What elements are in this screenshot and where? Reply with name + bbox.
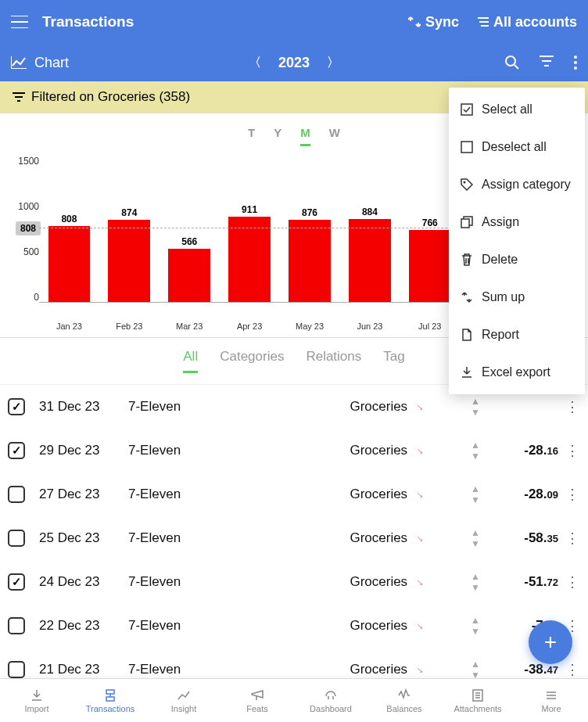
nav-icon [103,688,117,702]
tx-date: 21 Dec 23 [39,662,125,677]
sum-icon [460,291,474,304]
filter-icon[interactable] [540,56,554,70]
list-tab-categories[interactable]: Categories [220,349,284,373]
bar-value: 884 [362,207,378,217]
sort-icon[interactable]: ▲▼ [471,659,480,681]
bottom-nav: ImportTransactionsInsightFeatsDashboardB… [0,678,588,722]
menu-delete[interactable]: Delete [449,241,585,278]
nav-label: More [541,704,561,713]
period-tab-t[interactable]: T [248,126,255,146]
period-tab-m[interactable]: M [300,126,310,146]
tx-date: 22 Dec 23 [39,618,125,634]
bar [48,226,91,302]
row-more-icon[interactable]: ⋮ [565,442,580,459]
tx-date: 24 Dec 23 [39,574,125,590]
checkbox[interactable] [8,442,25,459]
list-tab-relations[interactable]: Relations [306,349,361,373]
search-icon[interactable] [505,56,519,70]
menu-excel-export[interactable]: Excel export [449,354,585,391]
tx-date: 31 Dec 23 [39,399,125,415]
tx-amount: -58.35 [494,530,558,546]
menu-report[interactable]: Report [449,316,585,354]
nav-import[interactable]: Import [0,679,74,722]
menu-assign[interactable]: Assign [449,203,585,241]
x-label: Apr 23 [220,321,280,331]
tx-merchant: 7-Eleven [128,662,346,677]
all-accounts-button[interactable]: All accounts [476,14,577,31]
average-badge: 808 [16,221,41,235]
checkbox[interactable] [8,398,25,415]
row-more-icon[interactable]: ⋮ [565,661,580,678]
menu-deselect-all[interactable]: Deselect all [449,128,585,166]
add-button[interactable]: + [529,620,572,664]
nav-insight[interactable]: Insight [147,679,220,722]
nav-icon [397,688,411,702]
svg-point-6 [464,181,466,184]
next-year-button[interactable]: 〉 [327,55,339,71]
y-tick: 1000 [13,201,39,212]
x-label: Mar 23 [160,321,220,331]
tx-amount: -38.47 [494,662,558,677]
nav-icon [544,688,558,702]
table-row[interactable]: 22 Dec 237-ElevenGroceries→▲▼-7.08⋮ [0,604,588,648]
hamburger-icon[interactable] [11,16,28,28]
svg-rect-8 [106,690,114,694]
nav-feats[interactable]: Feats [220,679,294,722]
table-row[interactable]: 25 Dec 237-ElevenGroceries→▲▼-58.35⋮ [0,516,588,560]
menu-sum-up[interactable]: Sum up [449,278,585,316]
x-label: Feb 23 [99,321,160,331]
nav-balances[interactable]: Balances [368,679,441,722]
bar-column[interactable]: 876 [280,207,340,302]
row-more-icon[interactable]: ⋮ [565,573,580,591]
sort-icon[interactable]: ▲▼ [471,440,480,462]
file-icon [460,329,474,341]
nav-more[interactable]: More [514,679,588,722]
menu-assign-category[interactable]: Assign category [449,166,585,203]
more-icon[interactable] [574,56,577,70]
sort-icon[interactable]: ▲▼ [471,615,480,637]
checkbox[interactable] [8,486,25,503]
menu-select-all[interactable]: Select all [449,91,585,128]
menu-label: Deselect all [482,140,547,154]
table-row[interactable]: 27 Dec 237-ElevenGroceries→▲▼-28.09⋮ [0,472,588,516]
sort-icon[interactable]: ▲▼ [471,571,480,593]
bar-column[interactable]: 911 [220,204,280,302]
sort-icon[interactable]: ▲▼ [471,483,480,505]
sort-icon[interactable]: ▲▼ [471,527,480,549]
table-row[interactable]: 29 Dec 237-ElevenGroceries→▲▼-28.16⋮ [0,429,588,472]
bar-value: 808 [61,214,77,225]
header-top: Transactions Sync All accounts [0,0,588,44]
bar-column[interactable]: 884 [339,207,400,302]
bar [349,219,391,302]
checkbox[interactable] [8,617,25,634]
trend-up-icon: → [413,618,428,634]
table-row[interactable]: 24 Dec 237-ElevenGroceries→▲▼-51.72⋮ [0,560,588,604]
row-more-icon[interactable]: ⋮ [565,486,580,503]
filter-lines-icon [13,92,25,102]
sort-icon[interactable]: ▲▼ [471,396,480,418]
list-tab-all[interactable]: All [183,349,198,373]
row-more-icon[interactable]: ⋮ [565,398,580,415]
checkbox[interactable] [8,530,25,547]
bar-column[interactable]: 566 [160,236,220,302]
svg-point-0 [506,56,515,66]
period-tab-w[interactable]: W [329,126,340,146]
sync-button[interactable]: Sync [408,14,459,31]
checkbox[interactable] [8,573,25,591]
nav-dashboard[interactable]: Dashboard [294,679,368,722]
row-more-icon[interactable]: ⋮ [565,530,580,547]
bar-column[interactable]: 808 [39,214,99,302]
header-bottom: Chart 〈 2023 〉 [0,44,588,81]
list-tab-tag[interactable]: Tag [383,349,404,373]
bar-column[interactable]: 874 [99,207,160,302]
nav-label: Balances [386,704,421,713]
filter-text: Filtered on Groceries (358) [31,89,190,105]
period-tab-y[interactable]: Y [274,126,281,146]
svg-point-1 [574,56,577,59]
prev-year-button[interactable]: 〈 [249,55,261,71]
checkbox[interactable] [8,661,25,678]
nav-transactions[interactable]: Transactions [74,679,147,722]
nav-attachments[interactable]: Attachments [441,679,514,722]
svg-rect-7 [461,219,469,228]
menu-label: Report [482,328,519,342]
